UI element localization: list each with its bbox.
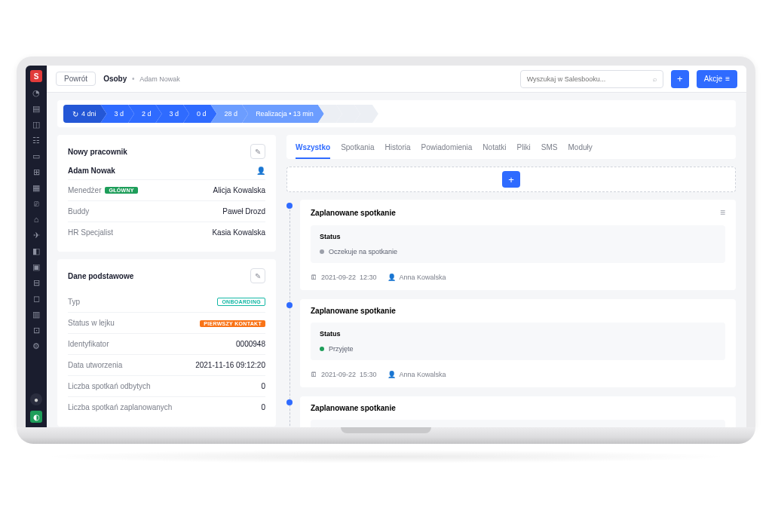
app-screen: S ◔▤◫☷▭⊞▦⎚⌂✈◧▣⊟◻▥⊡⚙ ● ◐ Powrót Osoby • A… [26,66,746,427]
topbar: Powrót Osoby • Adam Nowak ⌕ + Akcje ≡ [47,66,746,93]
stage-label: 3 d [170,110,179,118]
nav-avatar[interactable]: ● [30,393,42,405]
breadcrumb-separator: • [129,75,138,83]
event-title: Zaplanowane spotkanie [311,209,396,217]
timeline-dot-icon [286,399,293,405]
nav-item-14[interactable]: ▥ [31,309,41,320]
employee-name: Adam Nowak [68,167,115,175]
employee-row: HR SpecjalistKasia Kowalska [68,222,265,243]
basic-row: Data utworzenia2021-11-16 09:12:20 [68,354,265,375]
nav-item-12[interactable]: ⊟ [31,277,41,288]
main-area: Powrót Osoby • Adam Nowak ⌕ + Akcje ≡ [47,66,746,427]
row-label: MenedżerGŁÓWNY [68,186,138,194]
pipeline-stage-6[interactable]: Realizacja • 13 min [242,105,324,123]
edit-employee-button[interactable]: ✎ [250,144,265,159]
pipeline-stage-0[interactable]: ↻4 dni [63,105,107,123]
nav-item-2[interactable]: ◫ [31,119,41,130]
tab-historia[interactable]: Historia [385,137,411,159]
edit-basic-button[interactable]: ✎ [250,268,265,283]
nav-item-16[interactable]: ⚙ [31,341,41,351]
nav-item-1[interactable]: ▤ [31,103,41,114]
event-footer: 🗓2021-09-2215:30👤Anna Kowalska [300,368,736,387]
nav-item-5[interactable]: ⊞ [31,167,41,177]
stage-label: 0 d [197,110,207,118]
nav-item-11[interactable]: ▣ [31,261,41,272]
stage-label: 2 d [142,110,152,118]
person-icon: 👤 [388,274,396,281]
event-card: Zaplanowane spotkanieStatusPrzyjęte🗓2021… [300,299,736,387]
tab-moduły[interactable]: Moduły [568,137,592,159]
row-value: 0000948 [236,340,265,348]
search-input[interactable] [527,75,653,83]
tab-notatki[interactable]: Notatki [482,137,506,159]
laptop-bezel: S ◔▤◫☷▭⊞▦⎚⌂✈◧▣⊟◻▥⊡⚙ ● ◐ Powrót Osoby • A… [17,57,755,427]
search-icon: ⌕ [653,75,657,83]
back-button[interactable]: Powrót [56,72,96,86]
row-value: Kasia Kowalska [212,228,265,237]
status-value: Oczekuje na spotkanie [320,248,716,255]
nav-item-4[interactable]: ▭ [31,151,41,161]
laptop-base [17,427,755,444]
row-value: 2021-11-16 09:12:20 [195,361,265,369]
timeline-dot-icon [286,302,293,308]
tab-pliki[interactable]: Pliki [516,137,530,159]
calendar-icon: 🗓 [311,274,317,281]
employee-row: MenedżerGŁÓWNYAlicja Kowalska [68,180,265,200]
row-value: 0 [261,382,265,390]
left-nav: S ◔▤◫☷▭⊞▦⎚⌂✈◧▣⊟◻▥⊡⚙ ● ◐ [26,66,47,427]
person-icon: 👤 [388,371,396,378]
value-badge: ONBOARDING [217,298,265,306]
add-event-button[interactable]: + [502,171,520,188]
nav-item-9[interactable]: ✈ [31,230,41,240]
stage-label: 28 d [225,110,238,118]
status-dot-icon [320,347,324,351]
tab-wszystko[interactable]: Wszystko [296,137,330,159]
add-button[interactable]: + [671,70,689,88]
basic-row: Identyfikator0000948 [68,333,265,354]
search-box[interactable]: ⌕ [520,70,663,88]
value-badge: PIERWSZY KONTAKT [200,320,265,327]
menu-icon: ≡ [725,75,730,83]
status-label: Status [320,233,716,240]
nav-item-15[interactable]: ⊡ [31,325,41,335]
tabs-bar: WszystkoSpotkaniaHistoriaPowiadomieniaNo… [286,135,736,159]
content-scroll[interactable]: ↻4 dni3 d2 d3 d0 d28 dRealizacja • 13 mi… [47,93,746,427]
nav-item-13[interactable]: ◻ [31,293,41,304]
nav-item-8[interactable]: ⌂ [31,214,41,225]
status-label: Status [320,330,716,338]
nav-help[interactable]: ◐ [30,411,42,423]
nav-item-10[interactable]: ◧ [31,246,41,256]
row-value: Alicja Kowalska [213,186,265,194]
basic-row: TypONBOARDING [68,291,265,312]
row-label: Data utworzenia [68,361,122,369]
status-value: Przyjęte [320,345,716,353]
employee-card-title: Nowy pracownik [68,148,127,156]
tab-sms[interactable]: SMS [541,137,558,159]
basic-data-card: Dane podstawowe ✎ TypONBOARDINGStatus w … [57,259,276,427]
event-title: Zaplanowane spotkanie [311,307,396,315]
breadcrumb: Osoby • Adam Nowak [103,75,180,83]
row-value: 0 [261,403,265,411]
actions-label: Akcje [704,75,722,83]
left-column: Nowy pracownik ✎ Adam Nowak 👤 MenedżerGŁ… [57,135,276,427]
basic-row: Status w lejkuPIERWSZY KONTAKT [68,312,265,333]
event-menu-icon[interactable]: ≡ [720,207,725,218]
nav-item-7[interactable]: ⎚ [31,198,41,209]
nav-item-6[interactable]: ▦ [31,182,41,193]
actions-button[interactable]: Akcje ≡ [697,70,737,88]
tab-spotkania[interactable]: Spotkania [341,137,374,159]
stage-label: Realizacja • 13 min [256,110,314,118]
tab-powiadomienia[interactable]: Powiadomienia [421,137,473,159]
nav-item-0[interactable]: ◔ [31,87,41,98]
add-event-block[interactable]: + [286,167,736,192]
nav-item-3[interactable]: ☷ [31,135,41,145]
breadcrumb-root[interactable]: Osoby [103,75,127,83]
row-label: HR Specjalist [68,228,113,237]
event-card: Zaplanowane spotkanieStatusOczekuje na a… [300,396,736,427]
refresh-icon: ↻ [72,110,78,118]
stage-label: 4 dni [81,110,96,118]
timeline-item: Zaplanowane spotkanieStatusPrzyjęte🗓2021… [300,299,736,387]
event-footer: 🗓2021-09-2212:30👤Anna Kowalska [300,271,736,290]
badge-main: GŁÓWNY [105,187,137,194]
app-logo[interactable]: S [30,70,42,82]
